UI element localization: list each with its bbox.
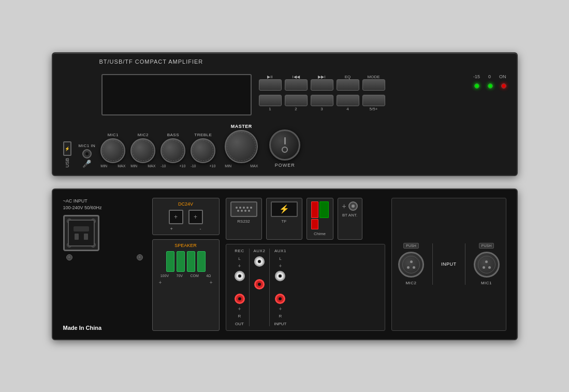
dc-connector-neg[interactable]: + [188,210,203,224]
rca-aux1-r[interactable] [275,294,285,304]
dc-connectors: + + [157,210,215,224]
mic1-xlr-socket[interactable] [474,252,500,278]
mic2-range: MIN MAX [130,164,155,168]
preset4-button[interactable] [337,95,359,106]
xlr-input-label: INPUT [441,262,457,267]
db9-pin [250,207,252,209]
aux1-l-label: L [279,256,281,261]
usb-port[interactable] [63,141,71,156]
mic1-range: MIN MAX [100,164,125,168]
play-pause-col: ▶II [259,74,282,91]
ac-input-label: ~AC INPUT 100-240V 50/60Hz [63,198,146,212]
indicators-section: -15 0 ON [473,74,506,89]
term-block-4[interactable] [197,251,206,272]
xlr-divider-left [432,243,433,285]
xlr-pin-left [483,266,485,269]
mic2-knob[interactable] [130,138,155,163]
mic-icon: 🎤 [82,159,91,168]
xlr-pin-left [407,266,410,269]
mode-button[interactable] [362,79,385,91]
treble-range: -10 +10 [191,164,215,168]
preset1-col: 1 [259,95,282,111]
preset1-button[interactable] [259,95,282,106]
dc-polarity: + - [157,226,215,231]
buttons-section: ▶II I◀◀ ▶▶I EQ MODE [259,74,466,111]
play-pause-button[interactable] [259,79,282,91]
eq-col: EQ [337,74,359,91]
led-minus15 [474,83,479,89]
preset5-button[interactable] [362,95,385,106]
prev-col: I◀◀ [285,74,308,91]
back-center-top: RS232 ⚡ TF Chime [226,198,386,240]
treble-knob-group: TREBLE -10 +10 [191,133,215,168]
push-label-mic2: PUSH [403,243,418,249]
minus15-label: -15 [473,74,480,79]
front-top-row: ▶II I◀◀ ▶▶I EQ MODE [63,63,506,115]
xlr-inner-mic1 [478,256,495,273]
preset5-label: 5/5+ [370,107,378,111]
mic2-max: MAX [148,164,155,168]
tf-label: TF [282,219,287,224]
made-in-china: Made In China [63,325,146,331]
red-block-1[interactable] [311,201,318,218]
dc-connector-pos[interactable]: + [169,210,183,224]
ac-socket[interactable] [63,215,99,251]
term-block-1[interactable] [166,251,174,272]
play-pause-label: ▶II [267,75,272,79]
master-knob[interactable] [225,130,258,163]
prev-button[interactable] [285,79,308,91]
tf-slot[interactable]: ⚡ [271,201,298,217]
red-block-2[interactable] [311,219,318,229]
power-switch[interactable] [269,129,300,161]
xlr-pin-top [410,260,413,263]
rca-aux1-l[interactable] [275,271,285,281]
rca-rec-r[interactable] [235,294,245,304]
next-button[interactable] [311,79,333,91]
master-label: MASTER [231,124,252,129]
rca-aux2-r[interactable] [254,279,265,289]
mic2-xlr-label: MIC2 [405,281,416,285]
preset2-button[interactable] [285,95,308,106]
rs232-row2 [236,210,252,212]
input-label: INPUT [274,322,286,326]
mic1-xlr-label: MIC1 [481,281,492,285]
bass-knob[interactable] [161,138,185,163]
rca-aux2-l[interactable] [254,256,265,267]
mic2-xlr-group: PUSH MIC2 [398,243,424,285]
xlr-pin-right [413,266,415,269]
rec-section: REC L + + R OUT [230,249,250,326]
xlr-inner-mic2 [402,256,420,273]
green-block[interactable] [319,201,329,218]
plus-right: + [210,280,213,285]
mic1-knob[interactable] [100,138,125,163]
term-block-3[interactable] [187,251,195,272]
preset4-label: 4 [346,107,348,111]
tf-area: ⚡ TF [266,198,302,240]
preset3-button[interactable] [311,95,333,106]
term-block-2[interactable] [177,251,185,272]
eq-button[interactable] [337,79,359,91]
mic1-jack[interactable] [82,149,92,158]
preset5-col: 5/5+ [362,95,385,111]
db9-pin [236,207,238,209]
bass-label: BASS [167,133,179,137]
mic2-xlr-socket[interactable] [398,252,424,278]
master-knob-group: MASTER MIN MAX [225,124,258,168]
usb-port-area: USB [63,141,71,168]
led-on [501,83,506,89]
aux1-r-label: R [279,314,282,318]
iec-pin-right [84,234,88,240]
rs232-box: RS232 [226,198,262,240]
rs232-port[interactable] [230,201,257,217]
bt-ant-socket[interactable] [348,201,358,211]
db9-pin [241,210,243,212]
rs232-pins-grid [234,205,254,213]
xlr-pin-top [485,260,488,263]
master-min: MIN [225,164,231,168]
bt-ant-area: + BT ANT. [338,198,362,240]
rca-rec-l[interactable] [235,271,245,281]
treble-knob[interactable] [191,138,215,163]
next-label: ▶▶I [318,75,325,79]
db9-pin [239,207,241,209]
aux2-col [254,256,265,289]
